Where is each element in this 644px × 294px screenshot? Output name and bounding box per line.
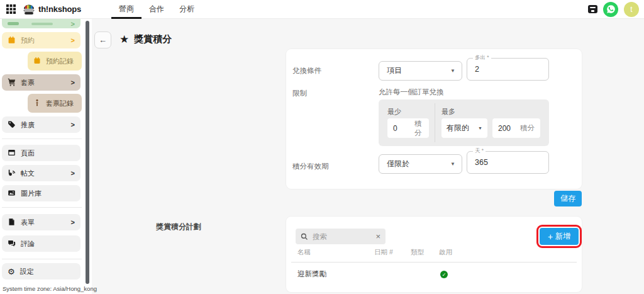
sidebar-item-label: 帖文: [21, 169, 35, 178]
condition-amount-field: 多出 *: [467, 58, 549, 81]
sidebar-scrollbar[interactable]: [86, 21, 89, 284]
validity-days-input[interactable]: [467, 152, 548, 173]
brand-logo[interactable]: th!nkshops: [23, 4, 81, 15]
whatsapp-icon[interactable]: [603, 2, 618, 17]
divider: [2, 139, 82, 139]
validity-mode-select[interactable]: 僅限於 ▼: [379, 154, 462, 174]
page-header: ★ 獎賞積分: [119, 33, 172, 45]
divider: [291, 262, 577, 263]
partial-icon: [8, 22, 19, 25]
timezone-note: System time zone: Asia/Hong_kong: [3, 285, 97, 292]
sidebar-item-pages[interactable]: 頁面: [2, 145, 80, 161]
sidebar-item-label: 套票: [21, 78, 35, 88]
plans-search: ×: [296, 229, 386, 244]
image-icon: [8, 189, 16, 198]
sidebar-item-label: 推廣: [21, 120, 35, 130]
table-row[interactable]: 迎新獎勵 ✓: [286, 269, 582, 281]
max-points-input[interactable]: [498, 124, 519, 133]
sidebar-item-forms[interactable]: 表單 >: [2, 214, 80, 230]
divider: [435, 103, 435, 142]
chevron-right-icon: >: [71, 218, 75, 226]
page-icon: [8, 149, 16, 158]
plans-table-header: 名稱 日期 # 類型 啟用: [286, 248, 582, 258]
burger-logo-icon: [23, 4, 35, 15]
sidebar-item-label: 預約: [21, 36, 35, 45]
col-type[interactable]: 類型: [411, 248, 424, 257]
chevron-down-icon: ▼: [450, 68, 455, 74]
sidebar-item-label: 頁面: [21, 149, 35, 158]
condition-amount-input[interactable]: [467, 59, 548, 80]
limit-label: 限制: [292, 89, 307, 98]
sidebar-item-package-records[interactable]: 套票記錄: [28, 94, 82, 113]
sidebar-item-booking-records[interactable]: 預約記錄: [28, 52, 82, 71]
col-name[interactable]: 名稱: [297, 248, 311, 257]
rewards-form-card: 兌換條件 項目 ▼ 多出 * 限制 允許每一個訂單兌換 最少 積分 最多 有限的…: [286, 49, 582, 189]
search-input[interactable]: [313, 233, 371, 240]
clear-search-icon[interactable]: ×: [375, 232, 380, 240]
app-screen: th!nkshops 營商 合作 分析 t > 預約 >: [0, 0, 644, 294]
brand-name: th!nkshops: [38, 4, 81, 14]
plus-icon: +: [548, 232, 553, 241]
validity-label: 積分有效期: [292, 162, 329, 171]
limit-hint: 允許每一個訂單兌換: [379, 88, 444, 97]
divider: [2, 259, 82, 259]
tag-icon: [8, 120, 16, 130]
plans-section-label: 獎賞積分計劃: [156, 222, 201, 232]
min-points-field: 積分: [387, 118, 429, 138]
save-button[interactable]: 儲存: [554, 191, 582, 206]
min-label: 最少: [387, 107, 401, 116]
points-unit: 積分: [520, 123, 535, 133]
min-points-input[interactable]: [393, 124, 414, 133]
gear-icon: ⚙: [8, 268, 15, 276]
sidebar-item-packages[interactable]: 套票 >: [2, 74, 80, 91]
sidebar-item-promotions[interactable]: 推廣 >: [2, 116, 80, 133]
user-avatar[interactable]: t: [624, 2, 639, 17]
chevron-right-icon: >: [71, 121, 75, 128]
nav-tab-analytics[interactable]: 分析: [172, 0, 202, 19]
cart-icon: [8, 78, 16, 88]
chevron-right-icon: >: [71, 20, 75, 28]
page-title: 獎賞積分: [134, 33, 172, 45]
search-icon: [301, 233, 308, 240]
sidebar-item-image-library[interactable]: 圖片庫: [2, 185, 80, 201]
nav-tab-business[interactable]: 營商: [111, 0, 142, 19]
topbar-actions: t: [588, 2, 639, 17]
plan-name: 迎新獎勵: [297, 269, 326, 279]
sidebar-item-bookings[interactable]: 預約 >: [2, 32, 80, 48]
comments-icon: [8, 239, 16, 249]
plans-card: × + 新增 名稱 日期 # 類型 啟用 迎新獎勵 ✓: [286, 217, 582, 292]
validity-days-field: 天 *: [467, 151, 549, 174]
person-ticket-icon: [33, 99, 41, 108]
sidebar-item-settings[interactable]: ⚙ 設定: [2, 263, 80, 280]
chevron-right-icon: >: [71, 169, 75, 177]
sidebar-item-reviews[interactable]: 評論: [2, 235, 80, 252]
col-date[interactable]: 日期 #: [374, 248, 393, 257]
sidebar-item-partial[interactable]: >: [2, 19, 80, 28]
max-label: 最多: [441, 107, 455, 116]
file-icon: [8, 218, 16, 227]
col-enabled[interactable]: 啟用: [439, 248, 452, 257]
blog-icon: [8, 169, 16, 178]
sidebar-item-label: 圖片庫: [21, 189, 42, 198]
calendar-icon: [33, 57, 41, 65]
chevron-down-icon: ▼: [478, 126, 482, 130]
chevron-down-icon: ▼: [450, 161, 455, 167]
condition-type-select[interactable]: 項目 ▼: [379, 61, 462, 81]
sidebar: > 預約 > 預約記錄 套票 > 套票記錄: [0, 19, 92, 294]
sidebar-item-label: 評論: [21, 239, 35, 249]
pos-terminal-icon[interactable]: [588, 5, 597, 13]
sidebar-item-posts[interactable]: 帖文 >: [2, 165, 80, 181]
star-icon: ★: [119, 34, 129, 45]
sidebar-item-label: 表單: [21, 218, 35, 227]
calendar-icon: [8, 36, 16, 45]
chevron-right-icon: >: [71, 79, 75, 86]
sidebar-item-label: 預約記錄: [46, 57, 74, 66]
sidebar-item-label: 設定: [20, 267, 34, 276]
back-button[interactable]: ←: [94, 31, 111, 48]
apps-grid-icon[interactable]: [6, 4, 16, 14]
limit-panel: 最少 積分 最多 有限的 ▼ 積分: [379, 99, 549, 146]
add-plan-button[interactable]: + 新增: [540, 228, 579, 245]
max-mode-select[interactable]: 有限的 ▼: [441, 118, 487, 138]
chevron-right-icon: >: [71, 37, 75, 44]
nav-tab-partnership[interactable]: 合作: [142, 0, 172, 19]
